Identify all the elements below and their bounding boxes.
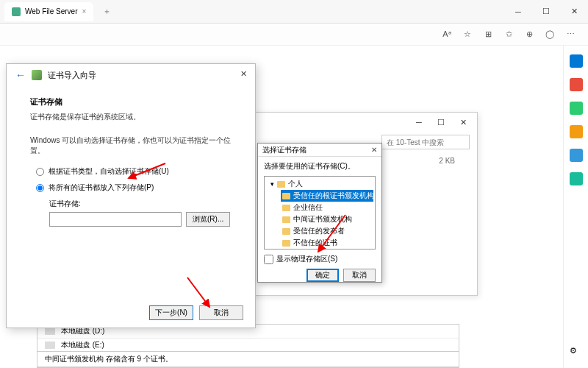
browse-button[interactable]: 浏览(R)... — [186, 212, 230, 227]
browser-tab-strip: Web File Server × ＋ ─ ☐ ✕ — [0, 0, 588, 24]
cancel-button[interactable]: 取消 — [199, 305, 243, 320]
tree-expand-icon[interactable]: ▾ — [270, 180, 274, 188]
select-dialog-titlebar: 选择证书存储 ✕ — [258, 144, 381, 157]
select-close-button[interactable]: ✕ — [371, 146, 377, 154]
wizard-header: ← 证书导入向导 — [7, 64, 255, 86]
radio-auto-select[interactable]: 根据证书类型，自动选择证书存储(U) — [30, 166, 232, 177]
wizard-icon — [32, 70, 42, 80]
close-button[interactable]: ✕ — [560, 0, 588, 24]
tree-item[interactable]: 中间证书颁发机构 — [281, 213, 373, 225]
folder-icon — [282, 228, 290, 235]
text-size-icon[interactable]: Aᵃ — [441, 29, 453, 40]
tree-root-label: 个人 — [288, 179, 303, 189]
wizard-body: 证书存储 证书存储是保存证书的系统区域。 Windows 可以自动选择证书存储，… — [7, 86, 255, 237]
browser-toolbar: Aᵃ ☆ ⊞ ✩ ⊕ ◯ ⋯ — [0, 24, 588, 46]
show-physical-checkbox-row[interactable]: 显示物理存储区(S) — [264, 254, 376, 264]
radio-auto-label: 根据证书类型，自动选择证书存储(U) — [49, 166, 169, 177]
cert-import-wizard: ✕ ← 证书导入向导 证书存储 证书存储是保存证书的系统区域。 Windows … — [6, 63, 256, 328]
tree-item-label: 受信任的根证书颁发机构 — [293, 191, 374, 201]
select-cancel-button[interactable]: 取消 — [343, 269, 376, 282]
section-desc: 证书存储是保存证书的系统区域。 — [30, 112, 232, 122]
select-dialog-title: 选择证书存储 — [262, 145, 306, 155]
radio-manual-label: 将所有的证书都放入下列存储(P) — [49, 183, 154, 193]
edge-sidebar: ⚙ — [563, 46, 588, 368]
profile-icon[interactable]: ◯ — [544, 29, 556, 40]
browser-tab[interactable]: Web File Server × — [4, 2, 93, 21]
sidebar-app-5[interactable] — [570, 149, 583, 162]
new-tab-button[interactable]: ＋ — [99, 4, 114, 19]
section-title: 证书存储 — [30, 96, 232, 107]
explorer-minimize-button[interactable]: ─ — [408, 115, 430, 130]
show-physical-checkbox[interactable] — [264, 255, 273, 264]
tab-favicon — [12, 7, 21, 16]
tree-item-label: 中间证书颁发机构 — [293, 214, 352, 224]
ok-button[interactable]: 确定 — [306, 269, 339, 282]
window-controls: ─ ☐ ✕ — [504, 0, 588, 24]
certmgr-status-line: 中间证书颁发机构 存储含有 9 个证书。 — [37, 351, 459, 367]
store-input-row: 浏览(R)... — [30, 212, 232, 227]
sidebar-app-4[interactable] — [570, 125, 583, 138]
folder-icon — [282, 240, 290, 247]
explorer-maximize-button[interactable]: ☐ — [430, 115, 452, 130]
page-content: ─ ☐ ✕ 2 KB 本地磁盘 (D:) 本地磁盘 (E:) 1 个项目 选中 … — [0, 46, 563, 368]
sidebar-app-6[interactable] — [570, 172, 583, 185]
tree-item-label: 不信任的证书 — [293, 238, 337, 248]
select-dialog-body: 选择要使用的证书存储(C)。 ▾ 个人 受信任的根证书颁发机构企业信任中间证书颁… — [258, 157, 381, 269]
collections-icon[interactable]: ⊞ — [482, 29, 494, 40]
radio-auto-input[interactable] — [36, 168, 44, 176]
explorer-titlebar: ─ ☐ ✕ — [221, 113, 477, 132]
drive-icon — [45, 342, 55, 349]
maximize-button[interactable]: ☐ — [532, 0, 560, 24]
tree-item[interactable]: 企业信任 — [281, 202, 373, 213]
sidebar-app-3[interactable] — [570, 102, 583, 115]
select-prompt: 选择要使用的证书存储(C)。 — [264, 161, 376, 171]
tree-item-label: 企业信任 — [293, 202, 323, 213]
tree-item[interactable]: 不信任的证书 — [281, 237, 373, 249]
select-dialog-footer: 确定 取消 — [258, 269, 381, 286]
folder-icon — [282, 193, 290, 199]
tree-item[interactable]: 受信任的根证书颁发机构 — [281, 190, 373, 202]
folder-icon — [282, 216, 290, 223]
tree-item-label: 受信任的发布者 — [293, 226, 345, 236]
tab-title: Web File Server — [25, 7, 78, 15]
cert-store-tree[interactable]: ▾ 个人 受信任的根证书颁发机构企业信任中间证书颁发机构受信任的发布者不信任的证… — [264, 176, 376, 250]
favorites-icon[interactable]: ✩ — [503, 29, 514, 40]
file-size-hint: 2 KB — [439, 157, 455, 165]
show-physical-label: 显示物理存储区(S) — [276, 254, 337, 264]
explorer-close-button[interactable]: ✕ — [452, 115, 474, 130]
tree-item[interactable]: 受信任的发布者 — [281, 225, 373, 237]
menu-icon[interactable]: ⋯ — [564, 29, 576, 40]
tree-root-item[interactable]: ▾ 个人 — [269, 178, 373, 190]
back-arrow-icon[interactable]: ← — [15, 69, 26, 81]
sidebar-settings-icon[interactable]: ⚙ — [570, 346, 583, 359]
store-field-label: 证书存储: — [30, 199, 232, 209]
select-cert-store-dialog: 选择证书存储 ✕ 选择要使用的证书存储(C)。 ▾ 个人 受信任的根证书颁发机构… — [257, 143, 382, 283]
sidebar-app-2[interactable] — [570, 78, 583, 91]
wizard-footer: 下一步(N) 取消 — [149, 305, 243, 320]
next-button[interactable]: 下一步(N) — [149, 305, 193, 320]
minimize-button[interactable]: ─ — [504, 0, 532, 24]
tab-close-icon[interactable]: × — [82, 7, 87, 15]
radio-manual-select[interactable]: 将所有的证书都放入下列存储(P) — [30, 183, 232, 193]
wizard-info: Windows 可以自动选择证书存储，你也可以为证书指定一个位置。 — [30, 135, 232, 156]
sidebar-app-1[interactable] — [570, 54, 583, 68]
folder-icon — [282, 205, 290, 211]
explorer-search-input[interactable] — [381, 135, 470, 149]
wizard-title: 证书导入向导 — [48, 70, 96, 81]
star-icon[interactable]: ☆ — [462, 29, 473, 40]
radio-manual-input[interactable] — [36, 184, 44, 192]
cert-store-input[interactable] — [49, 212, 182, 227]
extensions-icon[interactable]: ⊕ — [523, 29, 535, 40]
wizard-close-button[interactable]: ✕ — [236, 67, 251, 80]
folder-icon — [277, 181, 285, 188]
drive-label: 本地磁盘 (E:) — [61, 340, 104, 350]
tree-item[interactable]: 第三方根证书颁发机构 — [281, 249, 373, 250]
drive-icon — [45, 328, 55, 335]
